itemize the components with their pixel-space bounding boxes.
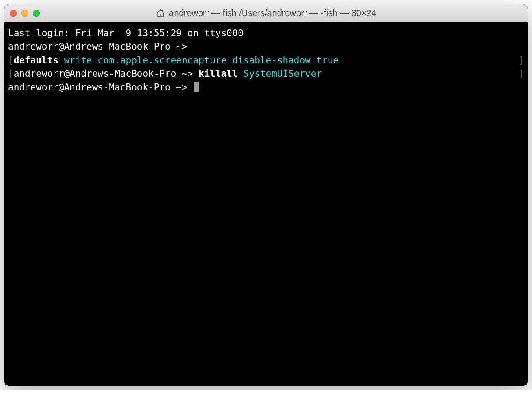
minimize-button[interactable]	[21, 10, 28, 17]
terminal-line: andreworr@Andrews-MacBook-Pro ~>	[8, 81, 524, 94]
titlebar[interactable]: andreworr — fish /Users/andreworr — -fis…	[4, 4, 528, 22]
command-name: defaults	[14, 54, 59, 67]
prompt-text: andreworr@Andrews-MacBook-Pro ~>	[8, 81, 193, 94]
terminal-body[interactable]: Last login: Fri Mar 9 13:55:29 on ttys00…	[4, 22, 528, 386]
svg-rect-0	[160, 13, 161, 16]
command-args: SystemUIServer	[238, 67, 322, 80]
bracket-close: ]	[518, 67, 524, 80]
terminal-line: andreworr@Andrews-MacBook-Pro ~>	[8, 40, 524, 53]
maximize-button[interactable]	[33, 10, 40, 17]
close-button[interactable]	[10, 10, 17, 17]
window-title-wrap: andreworr — fish /Users/andreworr — -fis…	[156, 8, 376, 18]
bracket-open: [	[8, 54, 14, 67]
prompt-text: andreworr@Andrews-MacBook-Pro ~>	[8, 40, 188, 53]
traffic-lights	[10, 10, 40, 17]
bracket-close: ]	[518, 54, 524, 67]
window-title: andreworr — fish /Users/andreworr — -fis…	[169, 8, 376, 18]
prompt-text: andreworr@Andrews-MacBook-Pro ~>	[14, 67, 199, 80]
terminal-window: andreworr — fish /Users/andreworr — -fis…	[4, 4, 528, 386]
terminal-line: [andreworr@Andrews-MacBook-Pro ~> killal…	[8, 67, 524, 80]
bracket-open: [	[8, 67, 14, 80]
last-login-text: Last login: Fri Mar 9 13:55:29 on ttys00…	[8, 27, 243, 40]
home-icon	[156, 8, 165, 18]
command-name: killall	[199, 67, 238, 80]
command-args: write com.apple.screencapture disable-sh…	[59, 54, 339, 67]
terminal-line: [defaults write com.apple.screencapture …	[8, 54, 524, 67]
cursor	[194, 82, 199, 92]
terminal-line: Last login: Fri Mar 9 13:55:29 on ttys00…	[8, 27, 524, 40]
